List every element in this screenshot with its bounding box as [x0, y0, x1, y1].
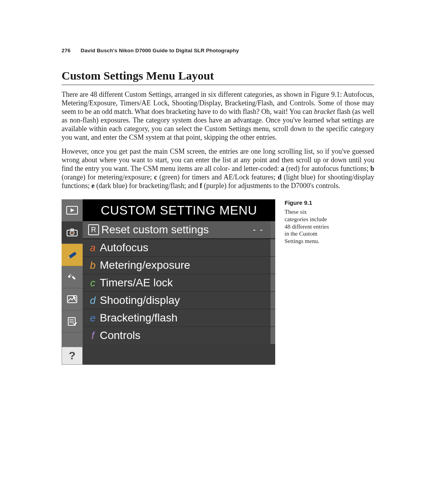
- camera-menu-sidebar: ?: [62, 199, 83, 365]
- pencil-icon: [67, 249, 78, 260]
- camera-menu-title: CUSTOM SETTING MENU: [83, 199, 275, 221]
- figure-row: ? CUSTOM SETTING MENU R Reset custom set…: [62, 199, 374, 365]
- menu-key-c: c: [88, 277, 97, 289]
- sidebar-tab-setup[interactable]: [62, 266, 83, 288]
- menu-item-reset[interactable]: R Reset custom settings - -: [83, 221, 275, 239]
- book-title: David Busch's Nikon D7000 Guide to Digit…: [81, 48, 239, 53]
- mymenu-icon: [67, 317, 77, 326]
- book-page: 276 David Busch's Nikon D7000 Guide to D…: [0, 0, 421, 504]
- retouch-icon: [67, 295, 78, 303]
- figure-caption-text: These six categories include 48 differen…: [285, 209, 329, 244]
- menu-item-label: Shooting/display: [100, 294, 180, 307]
- body-paragraph-2: However, once you get past the main CSM …: [62, 147, 374, 190]
- figure-caption: Figure 9.1 These six categories include …: [285, 199, 331, 365]
- sidebar-tab-retouch[interactable]: [62, 288, 83, 311]
- help-icon: ?: [69, 350, 75, 362]
- menu-key-e: e: [88, 312, 97, 324]
- menu-key-d: d: [88, 295, 97, 307]
- sidebar-tab-shooting[interactable]: [62, 222, 83, 244]
- menu-item-label: Controls: [100, 329, 140, 342]
- section-heading: Custom Settings Menu Layout: [62, 69, 374, 85]
- menu-item-metering[interactable]: b Metering/exposure: [83, 257, 275, 274]
- menu-item-bracketing[interactable]: e Bracketing/flash: [83, 309, 275, 327]
- svg-point-4: [71, 232, 73, 234]
- menu-item-shooting[interactable]: d Shooting/display: [83, 292, 275, 309]
- svg-marker-1: [71, 208, 74, 212]
- play-icon: [66, 206, 78, 215]
- camera-icon: [66, 228, 78, 237]
- camera-menu-main: CUSTOM SETTING MENU R Reset custom setti…: [83, 199, 275, 365]
- menu-item-label: Timers/AE lock: [100, 277, 173, 289]
- reset-badge: R: [88, 224, 99, 235]
- running-head: 276 David Busch's Nikon D7000 Guide to D…: [62, 48, 374, 53]
- menu-item-autofocus[interactable]: a Autofocus: [83, 239, 275, 257]
- menu-key-a: a: [88, 242, 97, 254]
- figure-image: ? CUSTOM SETTING MENU R Reset custom set…: [62, 199, 275, 365]
- menu-item-value: - -: [253, 225, 264, 235]
- menu-item-label: Autofocus: [100, 241, 149, 254]
- sidebar-tab-custom[interactable]: [62, 244, 83, 266]
- body-paragraph-1: There are 48 different Custom Settings, …: [62, 91, 374, 142]
- menu-key-f: f: [88, 330, 97, 342]
- sidebar-tab-mymenu[interactable]: [62, 311, 83, 333]
- sidebar-help[interactable]: ?: [62, 347, 83, 365]
- sidebar-spacer: [62, 333, 83, 347]
- sidebar-tab-playback[interactable]: [62, 199, 83, 222]
- menu-key-b: b: [88, 259, 97, 272]
- menu-item-label: Bracketing/flash: [100, 312, 177, 324]
- camera-menu: ? CUSTOM SETTING MENU R Reset custom set…: [62, 199, 275, 365]
- menu-item-label: Reset custom settings: [101, 224, 209, 236]
- menu-item-label: Metering/exposure: [100, 259, 190, 272]
- menu-item-timers[interactable]: c Timers/AE lock: [83, 274, 275, 292]
- menu-item-controls[interactable]: f Controls: [83, 327, 275, 344]
- wrench-icon: [67, 272, 77, 282]
- page-number: 276: [62, 48, 71, 53]
- figure-label: Figure 9.1: [285, 199, 331, 207]
- svg-rect-8: [67, 296, 77, 303]
